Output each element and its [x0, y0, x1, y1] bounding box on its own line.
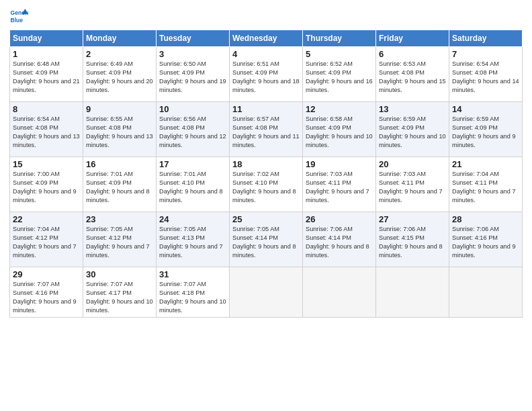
calendar-cell: 7 Sunrise: 6:54 AMSunset: 4:08 PMDayligh… [449, 47, 523, 102]
calendar-cell: 26 Sunrise: 7:06 AMSunset: 4:14 PMDaylig… [303, 212, 376, 267]
calendar-cell: 3 Sunrise: 6:50 AMSunset: 4:09 PMDayligh… [157, 47, 230, 102]
cell-info: Sunrise: 7:07 AMSunset: 4:17 PMDaylight:… [86, 281, 153, 314]
cell-info: Sunrise: 6:58 AMSunset: 4:09 PMDaylight:… [306, 116, 373, 148]
cell-info: Sunrise: 7:01 AMSunset: 4:09 PMDaylight:… [86, 171, 150, 203]
cell-info: Sunrise: 7:04 AMSunset: 4:11 PMDaylight:… [452, 171, 516, 203]
cell-info: Sunrise: 6:51 AMSunset: 4:09 PMDaylight:… [232, 60, 300, 93]
calendar-cell: 14 Sunrise: 6:59 AMSunset: 4:09 PMDaylig… [449, 102, 523, 157]
calendar-cell: 18 Sunrise: 7:02 AMSunset: 4:10 PMDaylig… [230, 157, 303, 212]
day-number: 29 [13, 269, 80, 279]
calendar-cell [230, 267, 303, 318]
cell-info: Sunrise: 6:53 AMSunset: 4:08 PMDaylight:… [379, 60, 446, 93]
day-number: 21 [452, 159, 519, 169]
calendar-table: SundayMondayTuesdayWednesdayThursdayFrid… [9, 30, 523, 318]
day-number: 31 [159, 269, 226, 279]
day-number: 9 [86, 104, 153, 114]
day-number: 15 [13, 159, 80, 169]
logo: General Blue [9, 7, 28, 26]
calendar-cell: 11 Sunrise: 6:57 AMSunset: 4:08 PMDaylig… [230, 102, 303, 157]
day-number: 4 [232, 49, 300, 59]
day-number: 3 [159, 49, 226, 59]
calendar-cell: 6 Sunrise: 6:53 AMSunset: 4:08 PMDayligh… [376, 47, 449, 102]
calendar-cell: 24 Sunrise: 7:05 AMSunset: 4:13 PMDaylig… [157, 212, 230, 267]
day-number: 25 [232, 214, 300, 224]
calendar-cell: 8 Sunrise: 6:54 AMSunset: 4:08 PMDayligh… [10, 102, 83, 157]
calendar-header-tuesday: Tuesday [157, 30, 230, 47]
day-number: 22 [13, 214, 80, 224]
calendar-cell: 19 Sunrise: 7:03 AMSunset: 4:11 PMDaylig… [303, 157, 376, 212]
cell-info: Sunrise: 6:48 AMSunset: 4:09 PMDaylight:… [13, 60, 80, 93]
cell-info: Sunrise: 7:00 AMSunset: 4:09 PMDaylight:… [13, 171, 77, 203]
cell-info: Sunrise: 7:02 AMSunset: 4:10 PMDaylight:… [232, 171, 296, 203]
day-number: 26 [306, 214, 373, 224]
day-number: 27 [379, 214, 446, 224]
calendar-week-row: 1 Sunrise: 6:48 AMSunset: 4:09 PMDayligh… [10, 47, 523, 102]
calendar-header-thursday: Thursday [303, 30, 376, 47]
cell-info: Sunrise: 7:03 AMSunset: 4:11 PMDaylight:… [306, 171, 369, 203]
cell-info: Sunrise: 6:54 AMSunset: 4:08 PMDaylight:… [13, 116, 80, 148]
calendar-cell: 21 Sunrise: 7:04 AMSunset: 4:11 PMDaylig… [449, 157, 523, 212]
cell-info: Sunrise: 7:05 AMSunset: 4:14 PMDaylight:… [232, 226, 296, 259]
cell-info: Sunrise: 6:55 AMSunset: 4:08 PMDaylight:… [86, 116, 153, 148]
cell-info: Sunrise: 6:54 AMSunset: 4:08 PMDaylight:… [452, 60, 519, 93]
day-number: 17 [159, 159, 226, 169]
calendar-cell: 23 Sunrise: 7:05 AMSunset: 4:12 PMDaylig… [83, 212, 157, 267]
calendar-cell: 12 Sunrise: 6:58 AMSunset: 4:09 PMDaylig… [303, 102, 376, 157]
calendar-week-row: 29 Sunrise: 7:07 AMSunset: 4:16 PMDaylig… [10, 267, 523, 318]
day-number: 24 [159, 214, 226, 224]
calendar-cell: 1 Sunrise: 6:48 AMSunset: 4:09 PMDayligh… [10, 47, 83, 102]
cell-info: Sunrise: 6:59 AMSunset: 4:09 PMDaylight:… [379, 116, 446, 148]
calendar-header-friday: Friday [376, 30, 449, 47]
calendar-week-row: 15 Sunrise: 7:00 AMSunset: 4:09 PMDaylig… [10, 157, 523, 212]
day-number: 16 [86, 159, 153, 169]
calendar-cell: 20 Sunrise: 7:03 AMSunset: 4:11 PMDaylig… [376, 157, 449, 212]
calendar-header-sunday: Sunday [10, 30, 83, 47]
day-number: 11 [232, 104, 300, 114]
cell-info: Sunrise: 7:05 AMSunset: 4:12 PMDaylight:… [86, 226, 150, 259]
cell-info: Sunrise: 6:56 AMSunset: 4:08 PMDaylight:… [159, 116, 226, 148]
calendar-cell: 13 Sunrise: 6:59 AMSunset: 4:09 PMDaylig… [376, 102, 449, 157]
cell-info: Sunrise: 7:07 AMSunset: 4:16 PMDaylight:… [13, 281, 77, 314]
calendar-week-row: 8 Sunrise: 6:54 AMSunset: 4:08 PMDayligh… [10, 102, 523, 157]
calendar-cell: 16 Sunrise: 7:01 AMSunset: 4:09 PMDaylig… [83, 157, 157, 212]
cell-info: Sunrise: 7:05 AMSunset: 4:13 PMDaylight:… [159, 226, 223, 259]
svg-text:Blue: Blue [11, 17, 24, 24]
day-number: 19 [306, 159, 373, 169]
calendar-cell [449, 267, 523, 318]
day-number: 28 [452, 214, 519, 224]
day-number: 6 [379, 49, 446, 59]
calendar-cell: 29 Sunrise: 7:07 AMSunset: 4:16 PMDaylig… [10, 267, 83, 318]
day-number: 13 [379, 104, 446, 114]
day-number: 23 [86, 214, 153, 224]
day-number: 14 [452, 104, 519, 114]
cell-info: Sunrise: 6:50 AMSunset: 4:09 PMDaylight:… [159, 60, 226, 93]
day-number: 20 [379, 159, 446, 169]
cell-info: Sunrise: 6:52 AMSunset: 4:09 PMDaylight:… [306, 60, 373, 93]
calendar-cell: 27 Sunrise: 7:06 AMSunset: 4:15 PMDaylig… [376, 212, 449, 267]
calendar-cell: 28 Sunrise: 7:06 AMSunset: 4:16 PMDaylig… [449, 212, 523, 267]
calendar-header-monday: Monday [83, 30, 157, 47]
cell-info: Sunrise: 7:06 AMSunset: 4:15 PMDaylight:… [379, 226, 443, 259]
cell-info: Sunrise: 6:57 AMSunset: 4:08 PMDaylight:… [232, 116, 300, 148]
cell-info: Sunrise: 6:59 AMSunset: 4:09 PMDaylight:… [452, 116, 516, 148]
cell-info: Sunrise: 7:04 AMSunset: 4:12 PMDaylight:… [13, 226, 77, 259]
cell-info: Sunrise: 7:06 AMSunset: 4:16 PMDaylight:… [452, 226, 516, 259]
calendar-header-row: SundayMondayTuesdayWednesdayThursdayFrid… [10, 30, 523, 47]
calendar-cell: 2 Sunrise: 6:49 AMSunset: 4:09 PMDayligh… [83, 47, 157, 102]
day-number: 7 [452, 49, 519, 59]
calendar-cell: 9 Sunrise: 6:55 AMSunset: 4:08 PMDayligh… [83, 102, 157, 157]
day-number: 8 [13, 104, 80, 114]
calendar-cell: 22 Sunrise: 7:04 AMSunset: 4:12 PMDaylig… [10, 212, 83, 267]
calendar-cell: 17 Sunrise: 7:01 AMSunset: 4:10 PMDaylig… [157, 157, 230, 212]
cell-info: Sunrise: 7:07 AMSunset: 4:18 PMDaylight:… [159, 281, 226, 314]
cell-info: Sunrise: 7:06 AMSunset: 4:14 PMDaylight:… [306, 226, 369, 259]
calendar-header-saturday: Saturday [449, 30, 523, 47]
cell-info: Sunrise: 6:49 AMSunset: 4:09 PMDaylight:… [86, 60, 153, 93]
cell-info: Sunrise: 7:03 AMSunset: 4:11 PMDaylight:… [379, 171, 443, 203]
day-number: 10 [159, 104, 226, 114]
cell-info: Sunrise: 7:01 AMSunset: 4:10 PMDaylight:… [159, 171, 223, 203]
calendar-cell [376, 267, 449, 318]
calendar-week-row: 22 Sunrise: 7:04 AMSunset: 4:12 PMDaylig… [10, 212, 523, 267]
calendar-cell: 10 Sunrise: 6:56 AMSunset: 4:08 PMDaylig… [157, 102, 230, 157]
day-number: 12 [306, 104, 373, 114]
